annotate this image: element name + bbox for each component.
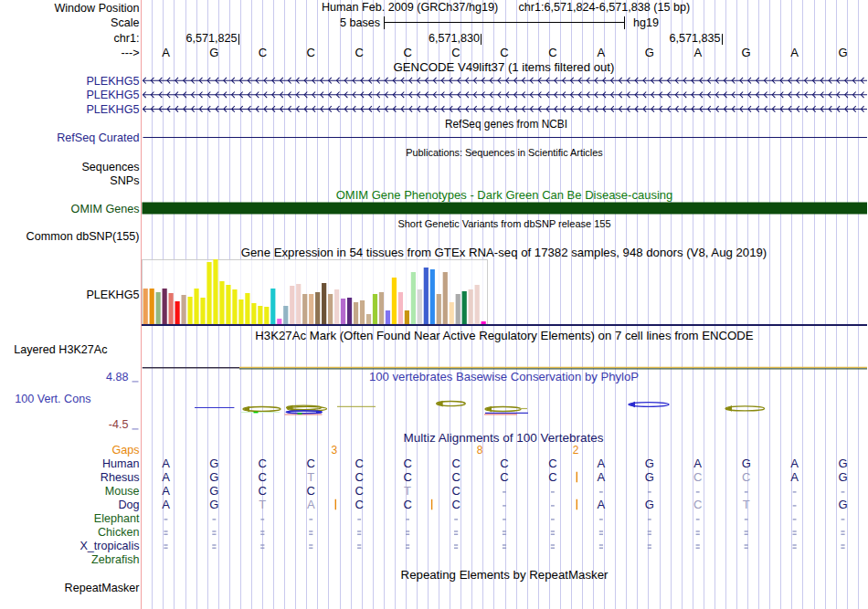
svg-text:C: C (500, 46, 508, 59)
svg-text:T: T (259, 498, 266, 511)
svg-text:6,571,835: 6,571,835 (669, 32, 720, 45)
svg-text:H3K27Ac Mark (Often Found Near: H3K27Ac Mark (Often Found Near Active Re… (255, 329, 754, 342)
svg-text:C: C (451, 470, 460, 484)
svg-text:6,571,830: 6,571,830 (429, 32, 480, 45)
svg-text:Common dbSNP(155): Common dbSNP(155) (26, 230, 140, 243)
svg-text:C: C (403, 470, 411, 484)
svg-text:Scale: Scale (111, 16, 140, 29)
svg-text:C: C (259, 484, 267, 498)
svg-text:T: T (404, 484, 411, 498)
svg-text:8: 8 (477, 444, 483, 457)
svg-text:Repeating Elements by RepeatMa: Repeating Elements by RepeatMasker (401, 568, 609, 582)
svg-text:C: C (355, 457, 364, 470)
svg-text:G: G (209, 457, 218, 470)
svg-text:G: G (742, 457, 751, 470)
svg-text:G: G (645, 457, 654, 470)
svg-text:C: C (355, 46, 364, 59)
svg-text:C: C (451, 457, 460, 470)
svg-text:A: A (162, 498, 170, 511)
svg-text:C: C (355, 484, 364, 498)
svg-text:X_tropicalis: X_tropicalis (79, 540, 139, 552)
svg-text:C: C (403, 46, 411, 59)
svg-text:G: G (838, 498, 847, 511)
svg-text:--->: ---> (122, 47, 140, 59)
svg-text:C: C (548, 46, 556, 59)
svg-text:Rhesus: Rhesus (101, 471, 140, 484)
svg-text:C: C (403, 498, 411, 511)
svg-text:C: C (500, 470, 508, 484)
svg-text:Window Position: Window Position (54, 2, 139, 15)
svg-text:G: G (838, 470, 847, 484)
svg-text:A: A (162, 457, 170, 470)
svg-text:A: A (790, 457, 799, 470)
svg-text:C: C (355, 498, 364, 511)
svg-text:A: A (598, 498, 606, 511)
svg-text:OMIM Genes: OMIM Genes (71, 203, 140, 215)
svg-text:A: A (162, 484, 170, 498)
svg-text:4.88: 4.88 (106, 371, 129, 383)
svg-text:C: C (259, 457, 267, 470)
svg-text:Human Feb. 2009 (GRCh37/hg19): Human Feb. 2009 (GRCh37/hg19) chr1:6,571… (322, 1, 690, 14)
svg-text:C: C (307, 46, 315, 59)
svg-text:C: C (548, 470, 556, 484)
svg-text:C: C (259, 46, 267, 59)
svg-text:Layered H3K27Ac: Layered H3K27Ac (14, 343, 107, 356)
svg-text:PLEKHG5: PLEKHG5 (86, 75, 139, 88)
svg-text:G: G (209, 498, 218, 511)
svg-text:C: C (693, 498, 702, 511)
svg-text:C: C (500, 457, 508, 470)
svg-text:G: G (209, 484, 218, 498)
svg-text:5 bases: 5 bases (340, 16, 380, 29)
svg-text:OMIM Gene Phenotypes - Dark Gr: OMIM Gene Phenotypes - Dark Green Can Be… (336, 188, 673, 202)
svg-text:C: C (693, 470, 702, 484)
svg-text:C: C (403, 457, 411, 470)
svg-text:C: C (307, 484, 315, 498)
svg-text:Zebrafish: Zebrafish (91, 553, 140, 566)
svg-text:G: G (838, 457, 847, 470)
svg-text:RefSeq genes from NCBI: RefSeq genes from NCBI (445, 118, 567, 131)
svg-text:C: C (307, 457, 315, 470)
svg-text:G: G (645, 470, 654, 484)
svg-text:3: 3 (331, 444, 337, 457)
svg-text:Gene Expression in 54 tissues: Gene Expression in 54 tissues from GTEx … (241, 246, 767, 259)
svg-text:A: A (693, 457, 702, 470)
svg-text:A: A (307, 498, 315, 511)
svg-text:G: G (645, 498, 654, 511)
svg-text:G: G (209, 470, 218, 484)
svg-text:G: G (209, 46, 218, 59)
svg-text:Mouse: Mouse (105, 485, 140, 498)
svg-text:Dog: Dog (118, 499, 139, 511)
svg-text:A: A (693, 46, 702, 59)
svg-text:PLEKHG5: PLEKHG5 (86, 103, 139, 116)
svg-text:C: C (451, 484, 460, 498)
svg-text:6,571,825: 6,571,825 (185, 32, 237, 45)
svg-text:Short Genetic Variants from db: Short Genetic Variants from dbSNP releas… (397, 218, 610, 229)
svg-text:A: A (790, 470, 799, 484)
svg-text:A: A (162, 46, 170, 59)
svg-text:2: 2 (573, 444, 579, 457)
svg-text:GENCODE V49lift37 (1 items fil: GENCODE V49lift37 (1 items filtered out) (394, 60, 615, 74)
svg-text:chr1:: chr1: (114, 32, 140, 45)
svg-text:Publications: Sequences in Sci: Publications: Sequences in Scientific Ar… (406, 147, 603, 158)
svg-text:T: T (743, 498, 750, 511)
svg-text:G: G (838, 46, 847, 59)
svg-text:100 Vert. Cons: 100 Vert. Cons (15, 393, 90, 405)
svg-text:RefSeq Curated: RefSeq Curated (57, 131, 139, 144)
svg-text:SNPs: SNPs (110, 174, 139, 187)
svg-text:A: A (598, 470, 606, 484)
svg-text:A: A (790, 46, 799, 59)
svg-text:C: C (451, 46, 460, 59)
svg-text:A: A (162, 470, 170, 484)
svg-text:G: G (645, 46, 654, 59)
svg-text:-4.5: -4.5 (109, 418, 129, 431)
svg-text:A: A (598, 46, 606, 59)
svg-text:Chicken: Chicken (98, 526, 140, 539)
svg-text:Sequences: Sequences (81, 161, 139, 173)
svg-text:100 vertebrates Basewise Conse: 100 vertebrates Basewise Conservation by… (369, 370, 639, 383)
svg-text:hg19: hg19 (633, 16, 659, 29)
svg-text:PLEKHG5: PLEKHG5 (86, 289, 139, 301)
svg-text:C: C (548, 457, 556, 470)
svg-text:RepeatMasker: RepeatMasker (65, 582, 140, 594)
svg-text:PLEKHG5: PLEKHG5 (86, 89, 139, 101)
svg-text:G: G (742, 46, 751, 59)
